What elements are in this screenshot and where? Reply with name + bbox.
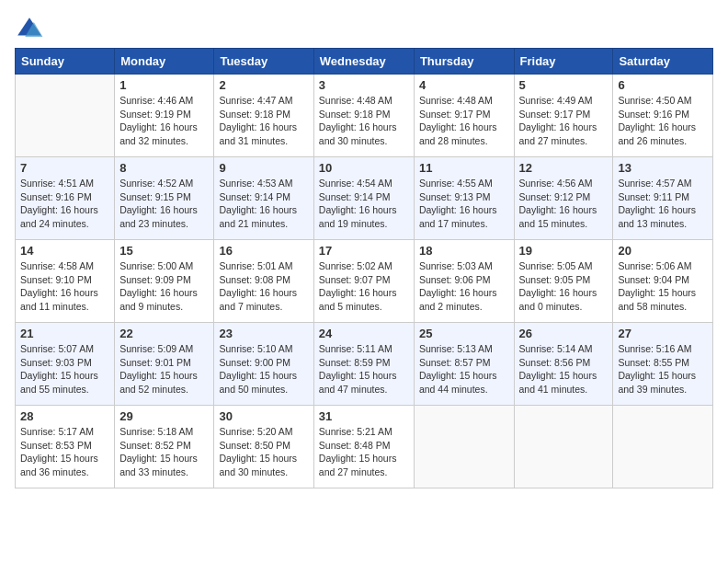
day-cell: 14Sunrise: 4:58 AM Sunset: 9:10 PM Dayli… <box>16 240 115 323</box>
day-info: Sunrise: 5:03 AM Sunset: 9:06 PM Dayligh… <box>419 259 509 314</box>
header-cell-tuesday: Tuesday <box>214 49 313 75</box>
day-number: 25 <box>419 327 509 340</box>
header-cell-saturday: Saturday <box>613 49 713 75</box>
day-number: 27 <box>618 327 708 340</box>
day-number: 6 <box>618 78 708 92</box>
day-number: 30 <box>219 409 308 423</box>
day-info: Sunrise: 4:52 AM Sunset: 9:15 PM Dayligh… <box>119 177 209 231</box>
day-number: 29 <box>119 409 209 423</box>
week-row-5: 28Sunrise: 5:17 AM Sunset: 8:53 PM Dayli… <box>16 406 713 488</box>
day-cell: 17Sunrise: 5:02 AM Sunset: 9:07 PM Dayli… <box>313 240 414 323</box>
day-number: 22 <box>119 327 209 340</box>
day-info: Sunrise: 5:17 AM Sunset: 8:53 PM Dayligh… <box>20 425 109 479</box>
day-info: Sunrise: 4:57 AM Sunset: 9:11 PM Dayligh… <box>618 177 708 231</box>
day-cell: 2Sunrise: 4:47 AM Sunset: 9:18 PM Daylig… <box>214 75 313 157</box>
day-info: Sunrise: 5:21 AM Sunset: 8:48 PM Dayligh… <box>319 425 409 479</box>
day-cell: 22Sunrise: 5:09 AM Sunset: 9:01 PM Dayli… <box>115 323 214 406</box>
day-number: 17 <box>319 244 409 258</box>
day-cell <box>514 406 613 488</box>
day-cell <box>16 75 115 157</box>
day-cell: 11Sunrise: 4:55 AM Sunset: 9:13 PM Dayli… <box>414 157 514 240</box>
day-cell: 15Sunrise: 5:00 AM Sunset: 9:09 PM Dayli… <box>115 240 214 323</box>
day-info: Sunrise: 5:14 AM Sunset: 8:56 PM Dayligh… <box>519 342 609 396</box>
day-info: Sunrise: 5:18 AM Sunset: 8:52 PM Dayligh… <box>119 425 209 479</box>
day-cell: 31Sunrise: 5:21 AM Sunset: 8:48 PM Dayli… <box>313 406 414 488</box>
day-cell: 8Sunrise: 4:52 AM Sunset: 9:15 PM Daylig… <box>115 157 214 240</box>
day-info: Sunrise: 5:00 AM Sunset: 9:09 PM Dayligh… <box>119 259 209 314</box>
day-number: 20 <box>618 244 708 258</box>
day-cell: 21Sunrise: 5:07 AM Sunset: 9:03 PM Dayli… <box>16 323 115 406</box>
day-cell: 19Sunrise: 5:05 AM Sunset: 9:05 PM Dayli… <box>514 240 613 323</box>
day-info: Sunrise: 4:50 AM Sunset: 9:16 PM Dayligh… <box>618 94 708 148</box>
header-cell-thursday: Thursday <box>414 49 514 75</box>
day-info: Sunrise: 4:56 AM Sunset: 9:12 PM Dayligh… <box>519 177 609 231</box>
day-info: Sunrise: 5:11 AM Sunset: 8:59 PM Dayligh… <box>319 342 409 396</box>
day-cell: 4Sunrise: 4:48 AM Sunset: 9:17 PM Daylig… <box>414 75 514 157</box>
day-info: Sunrise: 5:13 AM Sunset: 8:57 PM Dayligh… <box>419 342 509 396</box>
day-cell: 1Sunrise: 4:46 AM Sunset: 9:19 PM Daylig… <box>115 75 214 157</box>
day-cell: 12Sunrise: 4:56 AM Sunset: 9:12 PM Dayli… <box>514 157 613 240</box>
week-row-3: 14Sunrise: 4:58 AM Sunset: 9:10 PM Dayli… <box>16 240 713 323</box>
day-number: 4 <box>419 78 509 92</box>
day-cell <box>414 406 514 488</box>
day-number: 1 <box>119 78 209 92</box>
day-cell: 13Sunrise: 4:57 AM Sunset: 9:11 PM Dayli… <box>613 157 713 240</box>
week-row-1: 1Sunrise: 4:46 AM Sunset: 9:19 PM Daylig… <box>16 75 713 157</box>
day-info: Sunrise: 5:09 AM Sunset: 9:01 PM Dayligh… <box>119 342 209 396</box>
day-cell: 16Sunrise: 5:01 AM Sunset: 9:08 PM Dayli… <box>214 240 313 323</box>
day-info: Sunrise: 5:01 AM Sunset: 9:08 PM Dayligh… <box>219 259 308 314</box>
day-number: 28 <box>20 409 109 423</box>
day-number: 7 <box>20 161 109 175</box>
day-info: Sunrise: 4:46 AM Sunset: 9:19 PM Dayligh… <box>119 94 209 148</box>
day-info: Sunrise: 5:06 AM Sunset: 9:04 PM Dayligh… <box>618 259 708 314</box>
day-cell: 23Sunrise: 5:10 AM Sunset: 9:00 PM Dayli… <box>214 323 313 406</box>
day-number: 23 <box>219 327 308 340</box>
day-number: 26 <box>519 327 609 340</box>
day-number: 2 <box>219 78 308 92</box>
day-number: 9 <box>219 161 308 175</box>
day-number: 11 <box>419 161 509 175</box>
day-info: Sunrise: 4:58 AM Sunset: 9:10 PM Dayligh… <box>20 259 109 314</box>
day-number: 31 <box>319 409 409 423</box>
day-info: Sunrise: 4:55 AM Sunset: 9:13 PM Dayligh… <box>419 177 509 231</box>
header-row: SundayMondayTuesdayWednesdayThursdayFrid… <box>16 49 713 75</box>
day-number: 24 <box>319 327 409 340</box>
day-info: Sunrise: 4:47 AM Sunset: 9:18 PM Dayligh… <box>219 94 308 148</box>
header-cell-monday: Monday <box>115 49 214 75</box>
day-info: Sunrise: 5:10 AM Sunset: 9:00 PM Dayligh… <box>219 342 308 396</box>
day-info: Sunrise: 4:48 AM Sunset: 9:17 PM Dayligh… <box>419 94 509 148</box>
day-cell: 30Sunrise: 5:20 AM Sunset: 8:50 PM Dayli… <box>214 406 313 488</box>
day-info: Sunrise: 5:16 AM Sunset: 8:55 PM Dayligh… <box>618 342 708 396</box>
logo <box>15 15 48 44</box>
day-number: 10 <box>319 161 409 175</box>
header-cell-sunday: Sunday <box>16 49 115 75</box>
day-info: Sunrise: 5:07 AM Sunset: 9:03 PM Dayligh… <box>20 342 109 396</box>
day-info: Sunrise: 4:51 AM Sunset: 9:16 PM Dayligh… <box>20 177 109 231</box>
week-row-2: 7Sunrise: 4:51 AM Sunset: 9:16 PM Daylig… <box>16 157 713 240</box>
day-info: Sunrise: 5:05 AM Sunset: 9:05 PM Dayligh… <box>519 259 609 314</box>
day-number: 21 <box>20 327 109 340</box>
day-info: Sunrise: 5:02 AM Sunset: 9:07 PM Dayligh… <box>319 259 409 314</box>
day-number: 3 <box>319 78 409 92</box>
day-cell <box>613 406 713 488</box>
logo-icon <box>15 15 44 44</box>
day-number: 15 <box>119 244 209 258</box>
day-cell: 24Sunrise: 5:11 AM Sunset: 8:59 PM Dayli… <box>313 323 414 406</box>
day-number: 13 <box>618 161 708 175</box>
day-number: 12 <box>519 161 609 175</box>
day-cell: 18Sunrise: 5:03 AM Sunset: 9:06 PM Dayli… <box>414 240 514 323</box>
day-cell: 6Sunrise: 4:50 AM Sunset: 9:16 PM Daylig… <box>613 75 713 157</box>
day-info: Sunrise: 4:53 AM Sunset: 9:14 PM Dayligh… <box>219 177 308 231</box>
header <box>15 15 713 44</box>
day-cell: 28Sunrise: 5:17 AM Sunset: 8:53 PM Dayli… <box>16 406 115 488</box>
day-cell: 27Sunrise: 5:16 AM Sunset: 8:55 PM Dayli… <box>613 323 713 406</box>
day-cell: 3Sunrise: 4:48 AM Sunset: 9:18 PM Daylig… <box>313 75 414 157</box>
day-info: Sunrise: 5:20 AM Sunset: 8:50 PM Dayligh… <box>219 425 308 479</box>
header-cell-friday: Friday <box>514 49 613 75</box>
day-cell: 7Sunrise: 4:51 AM Sunset: 9:16 PM Daylig… <box>16 157 115 240</box>
day-number: 18 <box>419 244 509 258</box>
day-cell: 9Sunrise: 4:53 AM Sunset: 9:14 PM Daylig… <box>214 157 313 240</box>
header-cell-wednesday: Wednesday <box>313 49 414 75</box>
day-cell: 5Sunrise: 4:49 AM Sunset: 9:17 PM Daylig… <box>514 75 613 157</box>
calendar-table: SundayMondayTuesdayWednesdayThursdayFrid… <box>15 48 713 488</box>
